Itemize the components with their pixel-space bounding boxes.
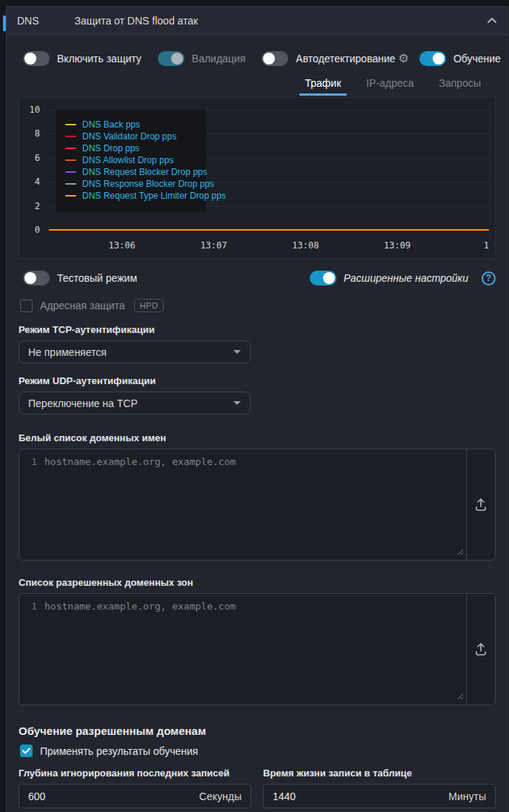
panel-subtitle: Защита от DNS flood атак: [75, 15, 199, 27]
resize-handle-icon[interactable]: [457, 690, 464, 702]
chevron-up-icon[interactable]: [487, 17, 497, 24]
address-protection-checkbox[interactable]: [20, 300, 33, 312]
depth-field: Секунды: [19, 784, 251, 808]
chart-plot-area: DNS Back ppsDNS Validator Drop ppsDNS Dr…: [49, 110, 489, 230]
x-tick-label: 13:07: [200, 240, 227, 251]
legend-item[interactable]: DNS Drop pps: [65, 142, 199, 154]
legend-item[interactable]: DNS Request Type Limiter Drop pps: [65, 190, 199, 202]
udp-auth-select[interactable]: Переключение на TCP: [19, 392, 250, 415]
legend-series-label: DNS Allowlist Drop pps: [82, 155, 173, 165]
y-tick-label: 6: [35, 153, 40, 163]
udp-auth-value: Переключение на TCP: [28, 397, 233, 409]
panel-title: DNS: [17, 15, 39, 27]
learning-toggle[interactable]: [419, 51, 446, 66]
line-number: 1: [19, 601, 44, 612]
learning-section: Обучение разрешенным доменам Применять р…: [19, 724, 496, 812]
gear-icon[interactable]: ⚙: [399, 53, 409, 65]
help-icon[interactable]: ?: [482, 271, 496, 285]
legend-item[interactable]: DNS Back pps: [65, 119, 199, 131]
apply-learning-checkbox[interactable]: [20, 745, 33, 757]
legend-series-swatch: [65, 124, 76, 125]
legend-series-label: DNS Back pps: [82, 119, 140, 130]
legend-item[interactable]: DNS Request Blocker Drop pps: [65, 166, 199, 178]
upload-icon[interactable]: [475, 498, 487, 512]
tab-ip-addresses[interactable]: IP-адреса: [356, 72, 424, 96]
allowed-zones-label: Список разрешенных доменных зон: [19, 577, 496, 588]
tcp-auth-value: Не применяется: [28, 346, 233, 358]
chevron-down-icon: [233, 350, 241, 354]
hpd-badge: HPD: [134, 299, 164, 312]
allowed-zones-editor-wrap: 1 hostname.example.org, example.com: [19, 593, 496, 705]
legend-series-swatch: [65, 195, 76, 197]
chevron-down-icon: [233, 401, 241, 405]
chart-legend: DNS Back ppsDNS Validator Drop ppsDNS Dr…: [56, 110, 206, 212]
accent-bar: [3, 16, 6, 31]
toggle-knob: [433, 53, 445, 65]
legend-item[interactable]: DNS Allowlist Drop pps: [65, 154, 199, 166]
y-tick-label: 10: [30, 105, 40, 115]
legend-series-label: DNS Validator Drop pps: [82, 131, 176, 142]
tab-requests[interactable]: Запросы: [429, 72, 491, 96]
address-protection-label: Адресная защита: [40, 300, 125, 311]
legend-series-swatch: [65, 171, 76, 173]
panel-header[interactable]: DNS Защита от DNS flood атак: [7, 7, 508, 35]
chart-tabs: Трафик IP-адреса Запросы: [19, 72, 496, 96]
toggle-knob: [323, 272, 335, 284]
depth-unit: Секунды: [199, 790, 242, 802]
depth-input[interactable]: [28, 790, 199, 802]
test-mode-toggle[interactable]: [23, 271, 50, 285]
ttl-unit: Минуты: [448, 790, 486, 802]
learning-label: Обучение: [453, 53, 501, 65]
depth-label: Глубина игнорирования последних записей: [19, 768, 251, 779]
upload-icon[interactable]: [475, 643, 487, 656]
legend-series-swatch: [65, 183, 76, 185]
autodetect-toggle[interactable]: [262, 51, 288, 66]
ttl-field: Минуты: [263, 784, 496, 808]
toggle-knob: [263, 53, 275, 65]
legend-series-label: DNS Request Type Limiter Drop pps: [82, 191, 226, 201]
chart-zero-series-line: [49, 229, 489, 231]
x-tick-label: 13: [484, 240, 489, 251]
toggle-knob: [24, 53, 36, 65]
udp-auth-label: Режим UDP-аутентификации: [19, 375, 496, 386]
whitelist-editor-wrap: 1 hostname.example.org, example.com: [19, 449, 496, 561]
tcp-auth-label: Режим TCP-аутентификации: [19, 324, 496, 335]
x-tick-label: 13:08: [292, 240, 319, 251]
resize-handle-icon[interactable]: [457, 546, 464, 558]
toggle-knob: [24, 272, 36, 284]
tab-traffic[interactable]: Трафик: [295, 72, 352, 96]
legend-series-label: DNS Request Blocker Drop pps: [82, 167, 207, 177]
dns-protection-panel: DNS Защита от DNS flood атак Включить за…: [6, 6, 508, 812]
allowed-zones-gutter: [466, 594, 495, 704]
learning-params: Глубина игнорирования последних записей …: [19, 768, 496, 808]
legend-series-swatch: [65, 148, 76, 149]
chart-y-axis: 1086420: [19, 110, 44, 230]
validation-label: Валидация: [192, 53, 246, 65]
enable-protection-label: Включить защиту: [57, 53, 142, 65]
ttl-input[interactable]: [273, 790, 448, 802]
whitelist-editor[interactable]: 1 hostname.example.org, example.com: [19, 449, 466, 560]
protection-toggles-row: Включить защиту Валидация Автодетектиров…: [23, 51, 496, 66]
learning-section-heading: Обучение разрешенным доменам: [19, 724, 496, 737]
advanced-settings-label: Расширенные настройки: [344, 272, 468, 284]
ttl-label: Время жизни записи в таблице: [263, 768, 496, 779]
address-protection-row: Адресная защита HPD: [20, 299, 496, 312]
advanced-settings-toggle[interactable]: [310, 271, 336, 285]
x-tick-label: 13:09: [384, 240, 410, 251]
allowed-zones-editor[interactable]: 1 hostname.example.org, example.com: [19, 594, 466, 704]
validation-toggle[interactable]: [158, 51, 184, 66]
mode-row: Тестовый режим Расширенные настройки ?: [23, 271, 496, 285]
legend-series-label: DNS Drop pps: [82, 143, 139, 154]
legend-series-swatch: [65, 159, 76, 161]
y-tick-label: 8: [35, 128, 40, 139]
legend-series-swatch: [65, 136, 76, 137]
enable-protection-toggle[interactable]: [23, 51, 50, 66]
apply-learning-label: Применять результаты обучения: [40, 745, 198, 757]
y-tick-label: 0: [35, 225, 40, 235]
legend-item[interactable]: DNS Validator Drop pps: [65, 131, 199, 142]
legend-item[interactable]: DNS Response Blocker Drop pps: [65, 178, 199, 190]
chart-x-axis: 13:0613:0713:0813:0913: [49, 240, 489, 252]
tcp-auth-select[interactable]: Не применяется: [19, 340, 250, 363]
y-tick-label: 4: [35, 176, 40, 187]
legend-series-label: DNS Response Blocker Drop pps: [82, 179, 214, 189]
